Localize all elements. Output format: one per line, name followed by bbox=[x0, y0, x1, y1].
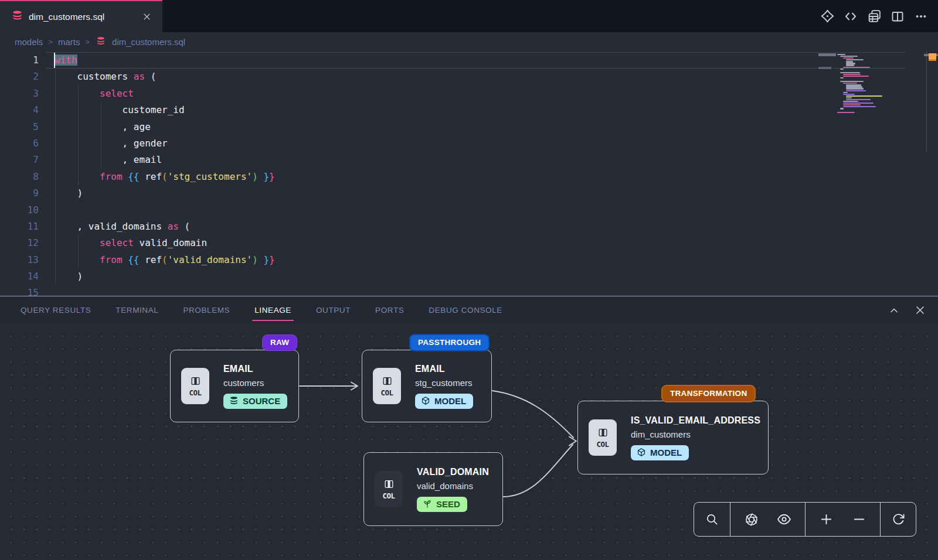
tab-title: dim_customers.sql bbox=[29, 12, 134, 22]
minimap-line bbox=[843, 57, 854, 59]
line-number: 8 bbox=[0, 169, 39, 185]
code-line[interactable]: customers as ( bbox=[39, 69, 938, 85]
model-name: dim_customers bbox=[631, 429, 691, 439]
model-name: customers bbox=[223, 378, 264, 388]
lineage-node-valid-domains[interactable]: COL VALID_DOMAIN valid_domains SEED bbox=[363, 452, 503, 526]
breadcrumb-item-marts[interactable]: marts bbox=[58, 37, 80, 47]
zoom-out-icon[interactable] bbox=[847, 508, 871, 531]
database-icon bbox=[12, 10, 23, 23]
edge-valid-to-dim bbox=[504, 445, 573, 497]
app-window: dim_customers.sql bbox=[0, 0, 938, 560]
lineage-node-dim-customers[interactable]: COL IS_VALID_EMAIL_ADDRESS dim_customers… bbox=[577, 401, 769, 474]
line-number: 14 bbox=[0, 268, 39, 285]
line-number: 7 bbox=[0, 152, 39, 168]
line-number: 9 bbox=[0, 185, 39, 202]
copy-table-icon[interactable] bbox=[865, 8, 883, 25]
aperture-icon[interactable] bbox=[740, 508, 763, 531]
minimap-line bbox=[846, 97, 852, 98]
eye-icon[interactable] bbox=[772, 508, 796, 531]
minimap-line bbox=[846, 63, 855, 64]
chevron-right-icon: > bbox=[48, 37, 53, 46]
code-line[interactable] bbox=[39, 285, 938, 296]
col-label: COL bbox=[382, 491, 395, 500]
editor-actions bbox=[818, 0, 930, 32]
close-panel-icon[interactable] bbox=[911, 302, 929, 319]
code-line[interactable]: , email bbox=[39, 152, 938, 168]
col-label: COL bbox=[596, 440, 609, 449]
refresh-icon[interactable] bbox=[886, 508, 910, 531]
minimap-line bbox=[840, 56, 858, 57]
panel-tab-terminal[interactable]: TERMINAL bbox=[115, 296, 158, 324]
seed-badge: SEED bbox=[417, 497, 467, 512]
panel-tab-output[interactable]: OUTPUT bbox=[316, 296, 351, 324]
panel-tab-lineage[interactable]: LINEAGE bbox=[254, 296, 291, 324]
collapse-panel-icon[interactable] bbox=[885, 302, 903, 319]
panel-tab-ports[interactable]: PORTS bbox=[375, 296, 404, 324]
indent-guide bbox=[78, 85, 79, 185]
minimap-line bbox=[843, 101, 858, 102]
line-number-gutter: 123456789101112131415 bbox=[0, 52, 39, 296]
code-line[interactable]: from {{ ref('stg_customers') }} bbox=[39, 169, 938, 185]
code-line[interactable]: , age bbox=[39, 119, 938, 135]
line-number: 5 bbox=[0, 119, 39, 135]
col-label: COL bbox=[189, 388, 201, 397]
minimap-line bbox=[843, 104, 861, 105]
code-icon[interactable] bbox=[842, 8, 859, 25]
database-icon bbox=[96, 36, 106, 47]
source-badge: SOURCE bbox=[223, 394, 287, 409]
panel-tab-problems[interactable]: PROBLEMS bbox=[183, 296, 230, 324]
zoom-in-icon[interactable] bbox=[815, 508, 838, 531]
minimap-line bbox=[840, 108, 844, 109]
minimap[interactable] bbox=[837, 54, 905, 114]
breadcrumb-item-file[interactable]: dim_customers.sql bbox=[112, 37, 185, 47]
line-number: 15 bbox=[0, 285, 39, 296]
text-cursor bbox=[54, 53, 55, 68]
code-lines[interactable]: with customers as ( select customer_id ,… bbox=[39, 52, 938, 296]
minimap-line bbox=[843, 83, 857, 84]
lineage-node-stg-customers[interactable]: COL EMAIL stg_customers MODEL bbox=[362, 350, 492, 422]
cube-icon bbox=[637, 448, 646, 457]
minimap-line bbox=[846, 84, 861, 86]
model-badge: MODEL bbox=[631, 445, 689, 460]
code-line[interactable]: with bbox=[39, 52, 938, 69]
lineage-node-customers[interactable]: COL EMAIL customers SOURCE bbox=[170, 350, 299, 422]
model-name: stg_customers bbox=[415, 378, 473, 388]
split-editor-icon[interactable] bbox=[889, 8, 906, 25]
model-badge: MODEL bbox=[415, 394, 473, 409]
line-number: 10 bbox=[0, 202, 39, 218]
minimap-line bbox=[843, 94, 855, 95]
minimap-line bbox=[840, 72, 860, 73]
code-line[interactable]: , valid_domains as ( bbox=[39, 218, 938, 235]
line-number: 6 bbox=[0, 135, 39, 152]
panel-tab-debug-console[interactable]: DEBUG CONSOLE bbox=[429, 296, 502, 324]
tab-dim-customers[interactable]: dim_customers.sql bbox=[0, 0, 162, 32]
minimap-line bbox=[840, 69, 844, 70]
column-name: VALID_DOMAIN bbox=[417, 467, 489, 477]
code-line[interactable]: select bbox=[39, 86, 938, 102]
code-line[interactable]: , gender bbox=[39, 135, 938, 152]
indent-guide bbox=[78, 235, 79, 268]
code-line[interactable]: from {{ ref('valid_domains') }} bbox=[39, 252, 938, 268]
search-icon[interactable] bbox=[701, 508, 724, 531]
code-line[interactable]: ) bbox=[39, 268, 938, 285]
minimap-line bbox=[837, 54, 845, 55]
minimap-line bbox=[843, 106, 876, 107]
code-line[interactable] bbox=[39, 202, 938, 218]
more-actions-icon[interactable] bbox=[912, 8, 930, 25]
breadcrumb-item-models[interactable]: models bbox=[15, 37, 43, 47]
dbt-icon[interactable] bbox=[818, 8, 836, 25]
tab-close-icon[interactable] bbox=[140, 11, 153, 23]
code-line[interactable]: select valid_domain bbox=[39, 235, 938, 251]
minimap-line bbox=[846, 99, 871, 100]
line-number: 11 bbox=[0, 218, 39, 235]
line-number: 4 bbox=[0, 102, 39, 118]
col-label: COL bbox=[380, 388, 393, 397]
lineage-canvas[interactable]: COL EMAIL customers SOURCE RAW bbox=[0, 324, 938, 560]
code-editor[interactable]: 123456789101112131415 with customers as … bbox=[0, 52, 938, 296]
minimap-line bbox=[843, 67, 870, 68]
minimap-selection-mark bbox=[818, 53, 836, 56]
panel-tab-query-results[interactable]: QUERY RESULTS bbox=[21, 296, 91, 324]
line-number: 3 bbox=[0, 86, 39, 102]
code-line[interactable]: ) bbox=[39, 185, 938, 202]
code-line[interactable]: customer_id bbox=[39, 102, 938, 118]
